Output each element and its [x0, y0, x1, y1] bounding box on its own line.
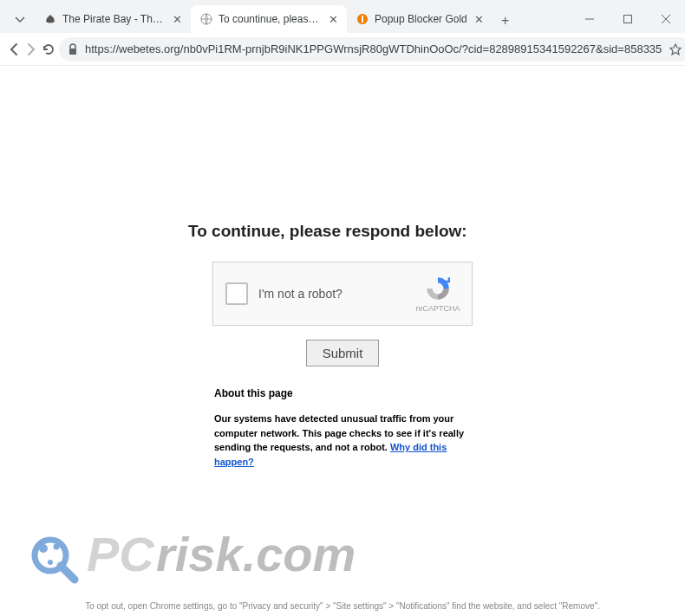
submit-button[interactable]: Submit	[306, 340, 380, 366]
svg-rect-4	[624, 16, 632, 23]
recaptcha-brand: reCAPTCHA	[411, 275, 472, 313]
recaptcha-label: I'm not a robot?	[258, 287, 411, 301]
reload-icon	[42, 42, 55, 56]
favicon-globe-icon	[199, 12, 213, 26]
svg-line-11	[61, 566, 75, 580]
favicon-ship-icon	[43, 12, 57, 26]
page-viewport: To continue, please respond below: I'm n…	[0, 66, 685, 616]
captcha-content: To continue, please respond below: I'm n…	[186, 222, 499, 469]
svg-rect-5	[69, 49, 76, 55]
maximize-button[interactable]	[609, 5, 647, 33]
svg-point-8	[39, 544, 48, 553]
about-body: Our systems have detected unusual traffi…	[186, 412, 499, 469]
svg-point-9	[54, 544, 60, 550]
window-controls	[571, 5, 685, 33]
arrow-right-icon	[24, 42, 38, 56]
svg-text:PC: PC	[87, 527, 155, 581]
address-bar[interactable]: https://webetes.org/nb0vPi1RM-prnjbR9iNK…	[59, 37, 685, 62]
recaptcha-logo-icon	[424, 275, 452, 302]
bookmark-star-icon[interactable]	[669, 42, 682, 56]
url-text: https://webetes.org/nb0vPi1RM-prnjbR9iNK…	[85, 42, 662, 55]
recaptcha-widget[interactable]: I'm not a robot? reCAPTCHA	[212, 262, 473, 326]
tab-webetes[interactable]: To countinue, please respond b ✕	[191, 5, 347, 33]
new-tab-button[interactable]: +	[493, 9, 518, 33]
svg-text:risk.com: risk.com	[156, 527, 356, 581]
favicon-shield-icon	[356, 12, 369, 26]
page-heading: To continue, please respond below:	[186, 222, 499, 241]
close-icon[interactable]: ✕	[170, 12, 184, 26]
tab-strip: The Pirate Bay - The galaxy's m ✕ To cou…	[0, 0, 571, 33]
footer-instructions: To opt out, open Chrome settings, go to …	[0, 601, 685, 611]
about-heading: About this page	[186, 387, 499, 399]
svg-point-10	[48, 560, 53, 565]
chevron-down-icon	[15, 15, 25, 25]
recaptcha-brand-text: reCAPTCHA	[415, 304, 460, 313]
reload-button[interactable]	[42, 37, 55, 62]
close-window-button[interactable]	[647, 5, 685, 33]
tab-popup-blocker[interactable]: Popup Blocker Gold ✕	[347, 5, 493, 33]
lock-icon	[68, 43, 78, 55]
window-titlebar: The Pirate Bay - The galaxy's m ✕ To cou…	[0, 0, 685, 33]
tab-title: The Pirate Bay - The galaxy's m	[62, 13, 165, 25]
back-button[interactable]	[7, 37, 21, 62]
close-icon[interactable]: ✕	[326, 12, 340, 26]
arrow-left-icon	[7, 42, 21, 56]
minimize-button[interactable]	[571, 5, 609, 33]
recaptcha-checkbox[interactable]	[225, 282, 248, 305]
tab-search-dropdown[interactable]	[7, 7, 33, 33]
tab-title: To countinue, please respond b	[219, 13, 321, 25]
tab-title: Popup Blocker Gold	[375, 13, 467, 25]
pcrisk-watermark: PC risk.com	[26, 512, 390, 590]
svg-rect-2	[362, 16, 363, 23]
tab-piratebay[interactable]: The Pirate Bay - The galaxy's m ✕	[35, 5, 191, 33]
close-icon[interactable]: ✕	[473, 12, 486, 26]
browser-toolbar: https://webetes.org/nb0vPi1RM-prnjbR9iNK…	[0, 33, 685, 66]
forward-button[interactable]	[24, 37, 38, 62]
